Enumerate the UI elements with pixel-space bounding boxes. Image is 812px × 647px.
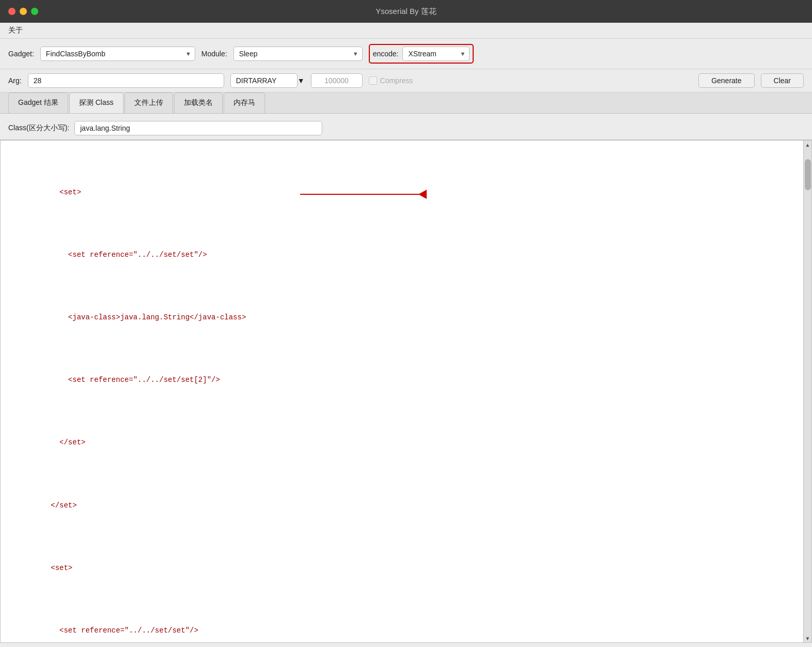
dirtarray-select[interactable]: DIRTARRAY ARRAY NONE xyxy=(230,73,298,88)
output-text[interactable]: <set> <set reference="../../set/set"/> <… xyxy=(1,141,803,642)
xml-line: <set reference="../../set/set"/> xyxy=(16,611,795,642)
encode-wrapper: encode: XStream Base64 None GZip ▼ xyxy=(369,44,474,64)
number-input[interactable] xyxy=(311,73,363,88)
arrow-line xyxy=(300,194,419,195)
arg-input[interactable] xyxy=(28,73,224,88)
xml-line: <set reference="../../set/set"/> xyxy=(16,236,795,274)
compress-label: Compress xyxy=(369,76,413,85)
gadget-select-wrapper: FindClassByBomb BeanShell1 C3P0 Clojure … xyxy=(40,47,195,61)
menu-about[interactable]: 关于 xyxy=(8,26,23,34)
tab-detect-class[interactable]: 探测 Class xyxy=(69,93,123,113)
xml-line: </set> xyxy=(16,424,795,462)
compress-text: Compress xyxy=(380,76,413,85)
xml-line: <set reference="../../set/set[2]"/> xyxy=(16,361,795,399)
scrollbar-up-arrow[interactable]: ▲ xyxy=(804,141,811,149)
arrow-annotation xyxy=(300,190,427,199)
class-row: Class(区分大小写): xyxy=(8,121,804,135)
tab-gadget-results[interactable]: Gadget 结果 xyxy=(8,93,68,113)
window-controls xyxy=(8,8,38,15)
dirtarray-chevron-icon: ▼ xyxy=(298,76,305,85)
tab-memory-horse[interactable]: 内存马 xyxy=(224,93,265,113)
module-select[interactable]: Sleep Command DNS xyxy=(233,47,363,61)
menu-bar: 关于 xyxy=(0,23,812,39)
minimize-button[interactable] xyxy=(20,8,27,15)
xml-line: <java-class>java.lang.String</java-class… xyxy=(16,299,795,337)
scrollbar-down-arrow[interactable]: ▼ xyxy=(804,634,811,642)
gadget-label: Gadget: xyxy=(8,50,34,58)
scrollbar-thumb[interactable] xyxy=(805,159,811,190)
close-button[interactable] xyxy=(8,8,15,15)
maximize-button[interactable] xyxy=(31,8,38,15)
encode-select-wrapper: XStream Base64 None GZip ▼ xyxy=(402,47,470,61)
scrollbar[interactable]: ▲ ▼ xyxy=(803,141,811,642)
compress-checkbox[interactable] xyxy=(369,76,377,85)
clear-button[interactable]: Clear xyxy=(761,73,804,88)
gadget-select[interactable]: FindClassByBomb BeanShell1 C3P0 Clojure xyxy=(40,47,195,61)
encode-label: encode: xyxy=(373,50,399,58)
output-wrapper: <set> <set reference="../../set/set"/> <… xyxy=(0,140,812,643)
module-label: Module: xyxy=(201,50,227,58)
tab-content: Class(区分大小写): xyxy=(0,114,812,140)
tab-load-classname[interactable]: 加载类名 xyxy=(174,93,223,113)
arrow-head-icon xyxy=(418,190,427,199)
dirtarray-wrapper: DIRTARRAY ARRAY NONE ▼ xyxy=(230,73,305,88)
generate-button[interactable]: Generate xyxy=(698,73,754,88)
tab-file-upload[interactable]: 文件上传 xyxy=(124,93,173,113)
toolbar-arg: Arg: DIRTARRAY ARRAY NONE ▼ Compress Gen… xyxy=(0,69,812,93)
xml-line: <set> xyxy=(16,549,795,587)
module-select-wrapper: Sleep Command DNS ▼ xyxy=(233,47,363,61)
window-title: Ysoserial By 莲花 xyxy=(376,7,436,17)
arg-label: Arg: xyxy=(8,76,22,85)
title-bar: Ysoserial By 莲花 xyxy=(0,0,812,23)
toolbar-gadget: Gadget: FindClassByBomb BeanShell1 C3P0 … xyxy=(0,39,812,69)
class-label: Class(区分大小写): xyxy=(8,124,69,133)
encode-select[interactable]: XStream Base64 None GZip xyxy=(402,47,470,61)
xml-line: </set> xyxy=(16,486,795,525)
tabs-bar: Gadget 结果 探测 Class 文件上传 加载类名 内存马 xyxy=(0,93,812,114)
class-input[interactable] xyxy=(74,121,322,135)
